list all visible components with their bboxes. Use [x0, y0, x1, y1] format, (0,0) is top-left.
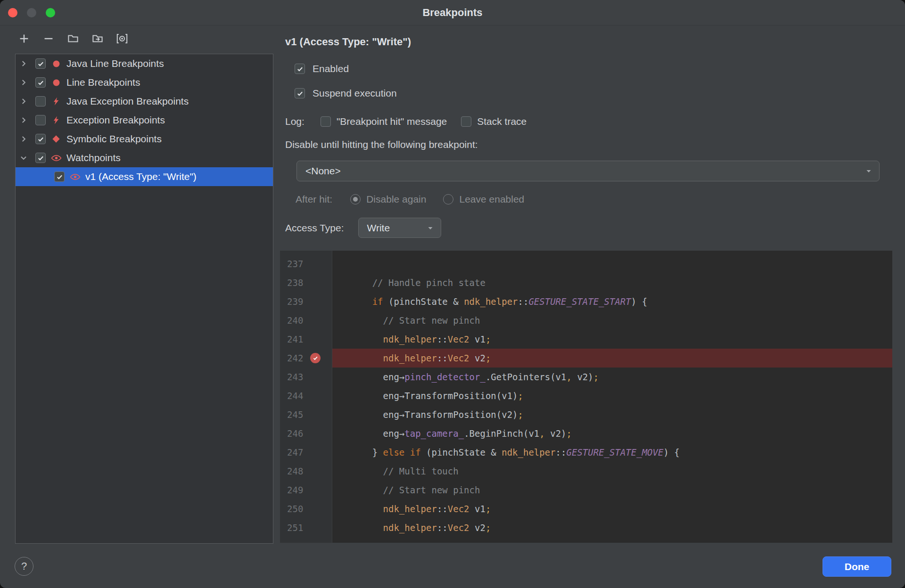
add-breakpoint-button[interactable] [15, 29, 33, 48]
target-icon [116, 33, 128, 44]
tree-item-checkbox[interactable] [35, 96, 46, 106]
code-text: // Start new pinch [332, 481, 892, 499]
access-type-row: Access Type: Write [285, 218, 441, 238]
tree-item-checkbox[interactable] [35, 77, 46, 88]
code-line-250: 250 ndk_helper::Vec2 v1; [280, 499, 892, 518]
disable-until-combobox[interactable]: <None> [296, 161, 880, 181]
tree-item-java-line-breakpoints[interactable]: Java Line Breakpoints [16, 54, 273, 73]
tree-item-checkbox[interactable] [35, 115, 46, 125]
done-button[interactable]: Done [823, 556, 891, 577]
breakpoint-title: v1 (Access Type: "Write") [285, 35, 411, 49]
tree-item-symbolic-breakpoints[interactable]: Symbolic Breakpoints [16, 130, 273, 148]
tree-item-java-exception-breakpoints[interactable]: Java Exception Breakpoints [16, 92, 273, 111]
disable-again-radio[interactable] [350, 194, 361, 204]
stack-trace-checkbox[interactable] [461, 116, 471, 127]
gutter-cell[interactable]: 241 [280, 330, 332, 349]
plus-icon [18, 33, 30, 44]
after-hit-label: After hit: [296, 194, 332, 205]
badge-slot [305, 424, 325, 443]
code-text: if (pinchState & ndk_helper::GESTURE_STA… [332, 292, 892, 311]
gutter-cell[interactable]: 238 [280, 273, 332, 292]
breakpoint-hit-message-checkbox[interactable] [321, 116, 331, 127]
gutter-cell[interactable]: 252 [280, 537, 332, 543]
badge-slot [305, 273, 325, 292]
code-text: ndk_helper::Vec2 v2; [332, 518, 892, 537]
gutter-cell[interactable]: 251 [280, 518, 332, 537]
chevron-right-icon[interactable] [17, 95, 30, 107]
code-text: eng→TransformPosition(v1); [332, 386, 892, 405]
gutter-cell[interactable]: 244 [280, 386, 332, 405]
help-button[interactable]: ? [15, 557, 33, 576]
badge-slot [305, 330, 325, 349]
code-text: // Start new pinch [332, 311, 892, 330]
leave-enabled-radio[interactable] [443, 194, 453, 204]
suspend-checkbox[interactable] [295, 88, 305, 98]
line-number: 250 [280, 499, 305, 518]
tree-item-checkbox[interactable] [54, 172, 65, 182]
code-text: ndk_helper::Vec2 v2; [332, 349, 892, 368]
chevron-right-icon[interactable] [17, 57, 30, 70]
enabled-label: Enabled [313, 63, 349, 74]
gutter-cell[interactable]: 237 [280, 254, 332, 273]
group-folder-button[interactable] [64, 29, 82, 48]
tree-item-label: Exception Breakpoints [66, 114, 165, 126]
line-number: 240 [280, 311, 305, 330]
chevron-right-icon[interactable] [17, 133, 30, 145]
gutter-cell[interactable]: 240 [280, 311, 332, 330]
chevron-right-icon[interactable] [17, 76, 30, 89]
line-number: 237 [280, 254, 305, 273]
code-viewer[interactable]: 237238 // Handle pinch state239 if (pinc… [280, 251, 892, 543]
tree-item-v1-access-type-write[interactable]: v1 (Access Type: "Write") [16, 167, 273, 186]
gutter-cell[interactable]: 245 [280, 405, 332, 424]
line-number: 241 [280, 330, 305, 349]
line-number: 248 [280, 462, 305, 481]
gutter-cell[interactable]: 247 [280, 443, 332, 462]
tree-item-checkbox[interactable] [35, 153, 46, 163]
badge-slot [305, 499, 325, 518]
exception-icon [50, 116, 62, 124]
badge-slot [305, 405, 325, 424]
gutter-cell[interactable]: 250 [280, 499, 332, 518]
tree-item-exception-breakpoints[interactable]: Exception Breakpoints [16, 111, 273, 130]
code-line-248: 248 // Multi touch [280, 462, 892, 481]
code-line-240: 240 // Start new pinch [280, 311, 892, 330]
verified-watchpoint-icon[interactable] [310, 353, 321, 363]
code-text: ndk_helper::Vec2 v1; [332, 499, 892, 518]
line-number: 247 [280, 443, 305, 462]
badge-slot [305, 254, 325, 273]
line-number: 249 [280, 481, 305, 499]
tree-item-watchpoints[interactable]: Watchpoints [16, 148, 273, 167]
show-preview-button[interactable] [113, 29, 132, 48]
code-text: } else if (pinchState & ndk_helper::GEST… [332, 443, 892, 462]
code-line-239: 239 if (pinchState & ndk_helper::GESTURE… [280, 292, 892, 311]
remove-breakpoint-button[interactable] [39, 29, 58, 48]
gutter-cell[interactable]: 246 [280, 424, 332, 443]
code-text: eng→tap_camera_.BeginPinch(v1, v2); [332, 424, 892, 443]
log-row: Log: "Breakpoint hit" message Stack trac… [285, 114, 527, 129]
chevron-down-icon[interactable] [17, 152, 30, 164]
gutter-cell[interactable]: 248 [280, 462, 332, 481]
window-title: Breakpoints [0, 0, 905, 25]
gutter-cell[interactable]: 239 [280, 292, 332, 311]
tree-item-line-breakpoints[interactable]: Line Breakpoints [16, 73, 273, 92]
tree-item-checkbox[interactable] [35, 134, 46, 144]
move-to-group-button[interactable] [88, 29, 107, 48]
enabled-row: Enabled [289, 62, 349, 76]
suspend-row: Suspend execution [289, 86, 397, 100]
gutter-cell[interactable]: 242 [280, 349, 332, 368]
line-breakpoint-icon [50, 79, 62, 87]
breakpoints-dialog: Breakpoints Java Line BreakpointsLine Br… [0, 0, 905, 588]
chevron-right-icon[interactable] [17, 114, 30, 126]
exception-icon [50, 97, 62, 106]
leave-enabled-label: Leave enabled [459, 194, 524, 205]
access-type-dropdown[interactable]: Write [358, 218, 441, 238]
line-number: 246 [280, 424, 305, 443]
enabled-checkbox[interactable] [295, 64, 305, 74]
gutter-cell[interactable]: 249 [280, 481, 332, 499]
line-breakpoint-icon [50, 60, 62, 68]
code-line-246: 246 eng→tap_camera_.BeginPinch(v1, v2); [280, 424, 892, 443]
code-line-243: 243 eng→pinch_detector_.GetPointers(v1, … [280, 368, 892, 386]
breakpoints-tree[interactable]: Java Line BreakpointsLine BreakpointsJav… [15, 54, 273, 544]
tree-item-checkbox[interactable] [35, 58, 46, 69]
gutter-cell[interactable]: 243 [280, 368, 332, 386]
